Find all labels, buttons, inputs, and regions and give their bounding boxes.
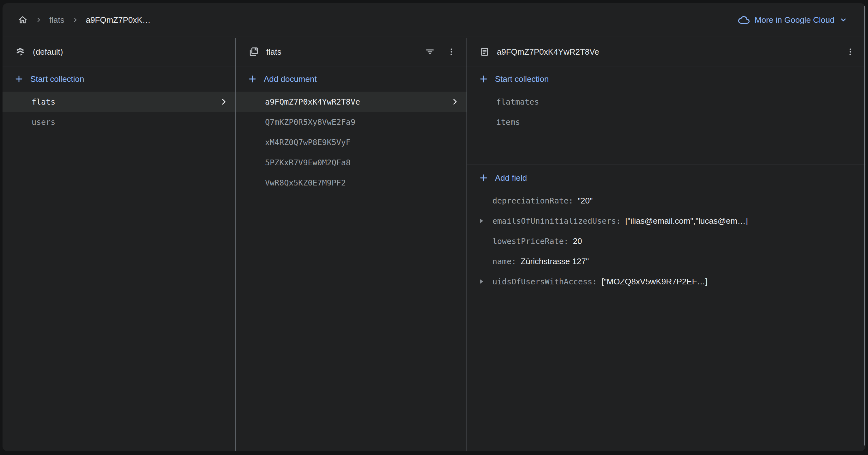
add-document-button[interactable]: Add document bbox=[236, 66, 467, 92]
collection-item[interactable]: flats bbox=[2, 92, 235, 112]
spacer bbox=[467, 132, 866, 164]
chevron-right-icon bbox=[72, 17, 78, 23]
breadcrumb: flats a9FQmZ7P0xK… bbox=[18, 15, 151, 25]
database-panel-header: (default) bbox=[2, 38, 235, 66]
add-field-button[interactable]: Add field bbox=[467, 165, 866, 190]
collection-panel: flats Add document a9 bbox=[236, 38, 467, 451]
collection-item[interactable]: users bbox=[2, 112, 235, 132]
fields-list: depreciationRate:"20"emailsOfUninitializ… bbox=[467, 190, 866, 292]
document-title: a9FQmZ7P0xK4YwR2T8Ve bbox=[497, 47, 599, 57]
doc-start-collection-button[interactable]: Start collection bbox=[467, 66, 866, 92]
home-icon bbox=[18, 15, 28, 25]
expand-icon[interactable] bbox=[477, 217, 486, 225]
subcollection-item-label: items bbox=[496, 118, 520, 127]
doc-start-collection-label: Start collection bbox=[495, 74, 549, 84]
field-value: "20" bbox=[578, 196, 593, 206]
field-key: depreciationRate: bbox=[492, 196, 573, 205]
field-row: lowestPriceRate:20 bbox=[467, 231, 866, 251]
document-item-label: a9FQmZ7P0xK4YwR2T8Ve bbox=[265, 97, 360, 107]
plus-icon bbox=[479, 174, 488, 182]
field-value: Zürichstrasse 127" bbox=[521, 256, 589, 266]
collection-icon bbox=[249, 47, 259, 57]
document-menu-button[interactable] bbox=[843, 45, 857, 59]
breadcrumb-document[interactable]: a9FQmZ7P0xK… bbox=[86, 15, 151, 25]
field-key: lowestPriceRate: bbox=[492, 237, 568, 246]
kebab-menu-icon bbox=[846, 48, 855, 56]
kebab-menu-icon bbox=[447, 48, 456, 56]
subcollections-list: flatmatesitems bbox=[467, 92, 866, 132]
home-button[interactable] bbox=[18, 15, 28, 25]
breadcrumb-collection[interactable]: flats bbox=[49, 15, 64, 25]
collection-item-label: users bbox=[32, 118, 55, 127]
chevron-down-icon bbox=[840, 16, 847, 24]
field-key: uidsOfUsersWithAccess: bbox=[492, 277, 597, 286]
filter-icon bbox=[425, 47, 435, 57]
field-row: emailsOfUninitializedUsers:["ilias@email… bbox=[467, 211, 866, 231]
collection-title: flats bbox=[266, 47, 281, 57]
start-collection-button[interactable]: Start collection bbox=[2, 66, 235, 92]
document-item-label: xM4RZ0Q7wP8E9K5VyF bbox=[265, 138, 351, 147]
document-item[interactable]: 5PZKxR7V9Ew0M2QFa8 bbox=[236, 152, 467, 173]
field-row: depreciationRate:"20" bbox=[467, 190, 866, 211]
chevron-right-icon bbox=[451, 98, 459, 106]
document-panel: a9FQmZ7P0xK4YwR2T8Ve Start collection fl… bbox=[467, 38, 866, 451]
scrollbar[interactable] bbox=[864, 6, 865, 446]
plus-icon bbox=[248, 74, 257, 84]
chevron-right-icon bbox=[219, 98, 228, 106]
field-value: ["ilias@email.com","lucas@em…] bbox=[625, 216, 748, 226]
field-row: name:Zürichstrasse 127" bbox=[467, 251, 866, 271]
plus-icon bbox=[479, 74, 488, 84]
plus-icon bbox=[14, 74, 23, 84]
field-value: ["MOZQ8xV5wK9R7P2EF…] bbox=[601, 277, 708, 286]
top-bar: flats a9FQmZ7P0xK… More in Google Cloud bbox=[2, 3, 866, 37]
more-in-google-cloud-button[interactable]: More in Google Cloud bbox=[738, 14, 847, 26]
field-value: 20 bbox=[573, 236, 582, 246]
documents-list: a9FQmZ7P0xK4YwR2T8VeQ7mKZP0R5Xy8VwE2Fa9x… bbox=[236, 92, 467, 193]
database-panel: (default) Start collection flatsusers bbox=[2, 38, 236, 451]
document-item[interactable]: Q7mKZP0R5Xy8VwE2Fa9 bbox=[236, 112, 467, 132]
filter-button[interactable] bbox=[423, 45, 437, 59]
field-key: emailsOfUninitializedUsers: bbox=[492, 216, 621, 225]
start-collection-label: Start collection bbox=[30, 74, 84, 84]
document-item-label: VwR8Qx5KZ0E7M9PF2 bbox=[265, 178, 346, 187]
subcollection-item[interactable]: items bbox=[467, 112, 866, 132]
collection-panel-header: flats bbox=[236, 38, 467, 66]
database-title: (default) bbox=[33, 47, 63, 57]
cloud-icon bbox=[738, 14, 749, 26]
firestore-database-icon bbox=[15, 47, 25, 57]
field-key: name: bbox=[492, 257, 516, 266]
document-item[interactable]: VwR8Qx5KZ0E7M9PF2 bbox=[236, 173, 467, 193]
collections-list: flatsusers bbox=[2, 92, 235, 132]
document-panel-header: a9FQmZ7P0xK4YwR2T8Ve bbox=[467, 38, 866, 66]
subcollection-item-label: flatmates bbox=[496, 97, 539, 107]
document-icon bbox=[480, 47, 489, 57]
document-item-label: 5PZKxR7V9Ew0M2QFa8 bbox=[265, 158, 351, 167]
document-item[interactable]: a9FQmZ7P0xK4YwR2T8Ve bbox=[236, 92, 467, 112]
add-document-label: Add document bbox=[264, 74, 317, 84]
field-row: uidsOfUsersWithAccess:["MOZQ8xV5wK9R7P2E… bbox=[467, 271, 866, 292]
chevron-right-icon bbox=[35, 17, 42, 23]
firestore-console-window: flats a9FQmZ7P0xK… More in Google Cloud bbox=[2, 3, 866, 451]
panels-container: (default) Start collection flatsusers bbox=[2, 38, 866, 451]
more-in-google-cloud-label: More in Google Cloud bbox=[754, 15, 835, 25]
expand-icon[interactable] bbox=[477, 277, 486, 286]
document-item[interactable]: xM4RZ0Q7wP8E9K5VyF bbox=[236, 132, 467, 152]
collection-menu-button[interactable] bbox=[444, 45, 458, 59]
document-item-label: Q7mKZP0R5Xy8VwE2Fa9 bbox=[265, 118, 355, 127]
add-field-label: Add field bbox=[495, 173, 527, 183]
subcollection-item[interactable]: flatmates bbox=[467, 92, 866, 112]
collection-item-label: flats bbox=[32, 97, 55, 107]
